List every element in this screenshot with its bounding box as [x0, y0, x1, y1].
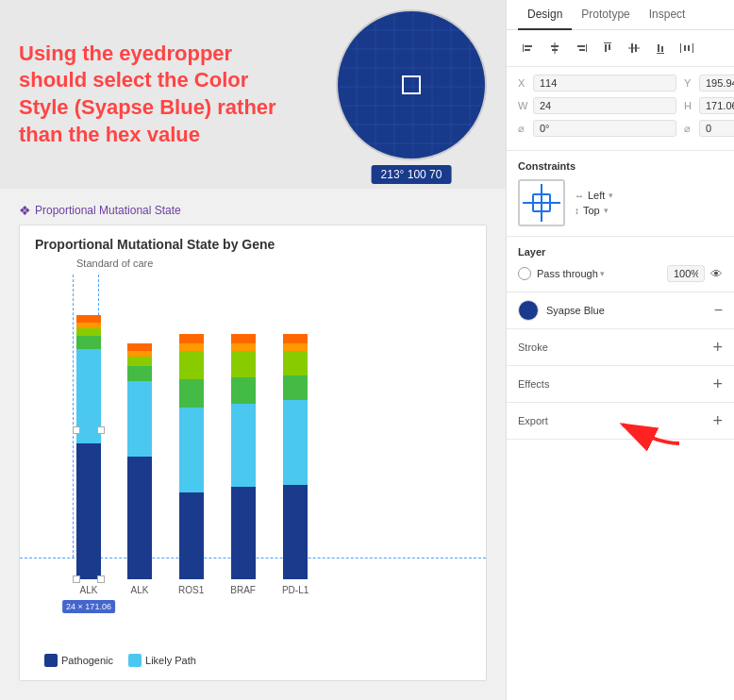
- handle-top-right[interactable]: [97, 426, 105, 434]
- distribute-btn[interactable]: [676, 38, 697, 58]
- bar-label-2: ALK: [131, 585, 149, 595]
- opacity-input[interactable]: [667, 265, 705, 282]
- svg-rect-28: [631, 43, 633, 53]
- seg: [179, 351, 204, 379]
- svg-rect-24: [604, 42, 611, 43]
- constraints-title: Constraints: [518, 160, 723, 172]
- svg-rect-19: [551, 45, 559, 47]
- v-constraint-icon: ↕: [575, 206, 579, 216]
- component-label-text: Proportional Mutational State: [35, 204, 181, 217]
- angle-label: 213° 100 70: [372, 165, 452, 184]
- h-input[interactable]: [699, 97, 734, 114]
- tab-inspect[interactable]: Inspect: [640, 0, 695, 30]
- svg-rect-26: [609, 44, 610, 50]
- h-chevron-icon: ▾: [609, 191, 613, 200]
- blend-mode-select[interactable]: Pass through ▾: [537, 268, 661, 279]
- handle-bottom-left[interactable]: [73, 575, 80, 583]
- color-preview-circle: 213° 100 70: [336, 9, 487, 160]
- x-field: X: [518, 75, 676, 92]
- bar-segment-green: [76, 336, 101, 349]
- effects-label: Effects: [518, 378, 712, 390]
- svg-rect-31: [658, 44, 659, 52]
- right-panel: Design Prototype Inspect X: [506, 0, 734, 700]
- legend-likely-path: Likely Path: [128, 654, 196, 667]
- legend-pathogenic-label: Pathogenic: [61, 655, 113, 666]
- stroke-row: Stroke +: [507, 329, 734, 366]
- v-chevron-icon: ▾: [604, 206, 609, 215]
- component-icon: ❖: [19, 203, 31, 218]
- layer-title: Layer: [518, 246, 723, 258]
- annotation-text: Using the eyedropper should select the C…: [19, 41, 302, 148]
- tab-prototype[interactable]: Prototype: [572, 0, 639, 30]
- add-export-btn[interactable]: +: [712, 412, 723, 429]
- align-tools: [507, 30, 734, 67]
- angle-input[interactable]: [533, 120, 676, 137]
- align-center-h-btn[interactable]: [544, 38, 565, 58]
- svg-rect-36: [688, 45, 690, 51]
- align-top-btn[interactable]: [597, 38, 618, 58]
- angle-row: ⌀ ⌀ ⤢: [518, 120, 723, 137]
- w-input[interactable]: [533, 97, 676, 114]
- radius-input[interactable]: [699, 120, 734, 137]
- x-input[interactable]: [533, 75, 676, 92]
- svg-rect-34: [692, 43, 693, 53]
- bar-2: [127, 343, 152, 579]
- bar-segment-dark-blue: [76, 443, 101, 579]
- add-effect-btn[interactable]: +: [712, 375, 723, 392]
- handle-top[interactable]: [73, 426, 80, 434]
- bar-group-2: ALK: [127, 343, 152, 595]
- y-input[interactable]: [699, 75, 734, 92]
- bar-label-3: ROS1: [178, 585, 204, 595]
- blend-chevron-icon: ▾: [600, 269, 605, 278]
- seg: [231, 404, 256, 487]
- visibility-icon[interactable]: 👁: [710, 267, 723, 281]
- radius-label: ⌀: [684, 123, 695, 135]
- remove-fill-btn[interactable]: −: [714, 302, 723, 319]
- radius-field: ⌀ ⤢: [684, 120, 734, 137]
- align-center-v-btn[interactable]: [624, 38, 644, 58]
- svg-rect-35: [684, 45, 686, 51]
- annotation-section: Using the eyedropper should select the C…: [0, 0, 506, 189]
- tab-design[interactable]: Design: [518, 0, 572, 30]
- add-stroke-btn[interactable]: +: [712, 339, 723, 356]
- align-right-btn[interactable]: [571, 38, 592, 58]
- h-constraint-select[interactable]: ↔ Left ▾: [575, 190, 613, 201]
- svg-rect-18: [555, 42, 556, 54]
- constraint-v-line: [541, 184, 542, 222]
- legend-pathogenic-swatch: [44, 654, 58, 667]
- left-panel: Using the eyedropper should select the C…: [0, 0, 506, 700]
- seg: [127, 366, 152, 381]
- seg: [179, 343, 204, 351]
- h-constraint-value: Left: [588, 190, 605, 201]
- align-bottom-btn[interactable]: [650, 38, 671, 58]
- seg: [231, 343, 256, 351]
- constraints-section: Constraints ↔ Left ▾ ↕ Top ▾: [507, 151, 734, 237]
- svg-rect-33: [680, 43, 681, 53]
- seg: [127, 343, 152, 351]
- chart-title: Proportional Mutational State by Gene: [20, 225, 486, 258]
- svg-rect-15: [523, 44, 524, 52]
- component-label: ❖ Proportional Mutational State: [19, 203, 181, 218]
- bar-label-5: PD-L1: [282, 585, 309, 595]
- svg-rect-20: [552, 49, 558, 51]
- bars-container: 24 × 171.06 ALK ALK: [29, 275, 476, 595]
- svg-rect-17: [525, 49, 530, 51]
- seg: [127, 457, 152, 579]
- seg: [283, 375, 308, 400]
- legend-likely-path-label: Likely Path: [145, 655, 196, 666]
- fill-row: Syapse Blue −: [507, 292, 734, 329]
- color-swatch[interactable]: [518, 300, 539, 321]
- v-constraint-select[interactable]: ↕ Top ▾: [575, 205, 613, 216]
- handle-bottom-right[interactable]: [97, 575, 105, 583]
- align-left-btn[interactable]: [518, 38, 539, 58]
- svg-rect-21: [586, 44, 587, 52]
- effects-row: Effects +: [507, 366, 734, 403]
- bar-1: 24 × 171.06: [76, 315, 101, 579]
- blend-mode-icon: [518, 267, 531, 280]
- svg-rect-30: [657, 53, 664, 54]
- seg: [283, 485, 308, 579]
- seg: [179, 408, 204, 492]
- chart-legend: Pathogenic Likely Path: [29, 646, 211, 675]
- bar-3: [179, 334, 204, 579]
- chart-subtitle: Standard of care: [20, 258, 486, 275]
